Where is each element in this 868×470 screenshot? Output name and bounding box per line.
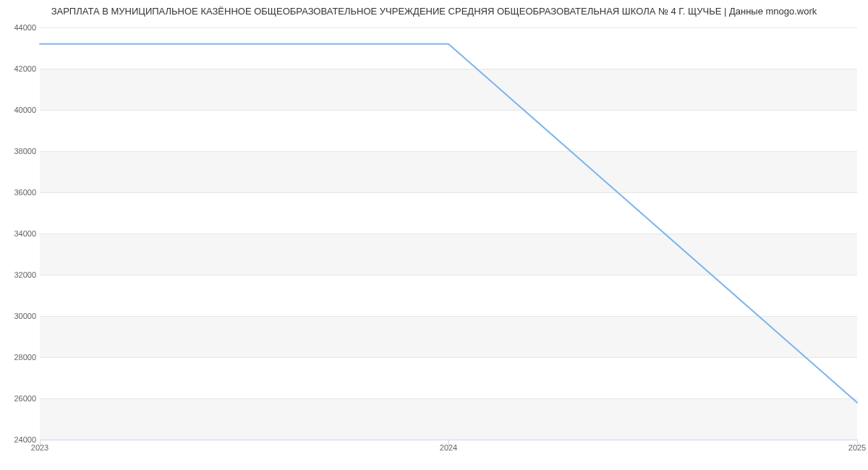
salary-chart: ЗАРПЛАТА В МУНИЦИПАЛЬНОЕ КАЗЁННОЕ ОБЩЕОБ… — [0, 0, 868, 470]
plot-area — [40, 27, 857, 440]
y-tick-label: 44000 — [7, 23, 36, 32]
chart-title: ЗАРПЛАТА В МУНИЦИПАЛЬНОЕ КАЗЁННОЕ ОБЩЕОБ… — [0, 6, 868, 17]
y-tick-label: 36000 — [7, 188, 36, 197]
series-line — [40, 44, 857, 403]
y-tick-label: 38000 — [7, 147, 36, 155]
x-tick-label: 2023 — [31, 443, 48, 452]
y-tick-label: 42000 — [7, 64, 36, 73]
x-tick-label: 2024 — [440, 443, 457, 452]
y-tick-label: 32000 — [7, 270, 36, 279]
y-tick-label: 34000 — [7, 229, 36, 238]
y-tick-label: 40000 — [7, 106, 36, 114]
y-tick-label: 26000 — [7, 394, 36, 403]
y-tick-label: 30000 — [7, 312, 36, 320]
line-layer — [40, 27, 857, 440]
x-tick-label: 2025 — [848, 443, 866, 452]
y-tick-label: 28000 — [7, 353, 36, 362]
